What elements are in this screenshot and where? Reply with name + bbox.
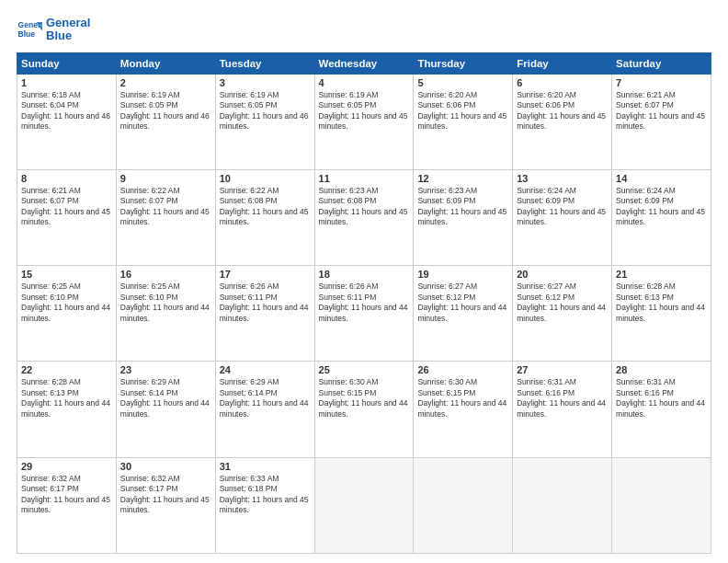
calendar-header-row: Sunday Monday Tuesday Wednesday Thursday… <box>17 52 711 74</box>
day-number: 4 <box>319 77 410 88</box>
day-cell-14: 14 Sunrise: 6:24 AM Sunset: 6:09 PM Dayl… <box>612 169 711 265</box>
day-cell-15: 15 Sunrise: 6:25 AM Sunset: 6:10 PM Dayl… <box>17 266 117 362</box>
col-friday: Friday <box>513 52 612 74</box>
day-number: 27 <box>517 364 608 375</box>
calendar-row: 15 Sunrise: 6:25 AM Sunset: 6:10 PM Dayl… <box>17 266 711 362</box>
day-number: 1 <box>21 77 112 88</box>
day-info: Sunrise: 6:26 AM Sunset: 6:11 PM Dayligh… <box>319 282 410 324</box>
day-cell-1: 1 Sunrise: 6:18 AM Sunset: 6:04 PM Dayli… <box>17 74 117 169</box>
day-number: 23 <box>120 364 211 375</box>
day-cell-23: 23 Sunrise: 6:29 AM Sunset: 6:14 PM Dayl… <box>116 362 215 457</box>
day-cell-27: 27 Sunrise: 6:31 AM Sunset: 6:16 PM Dayl… <box>513 362 612 457</box>
day-cell-28: 28 Sunrise: 6:31 AM Sunset: 6:16 PM Dayl… <box>612 362 711 457</box>
day-number: 18 <box>319 269 410 280</box>
day-info: Sunrise: 6:26 AM Sunset: 6:11 PM Dayligh… <box>220 282 311 324</box>
day-cell-31: 31 Sunrise: 6:33 AM Sunset: 6:18 PM Dayl… <box>215 457 314 553</box>
day-info: Sunrise: 6:24 AM Sunset: 6:09 PM Dayligh… <box>616 186 707 228</box>
day-cell-18: 18 Sunrise: 6:26 AM Sunset: 6:11 PM Dayl… <box>314 266 414 362</box>
day-number: 19 <box>417 269 508 280</box>
day-cell-10: 10 Sunrise: 6:22 AM Sunset: 6:08 PM Dayl… <box>215 169 314 265</box>
day-info: Sunrise: 6:22 AM Sunset: 6:08 PM Dayligh… <box>220 186 311 228</box>
day-info: Sunrise: 6:30 AM Sunset: 6:15 PM Dayligh… <box>319 377 410 419</box>
day-info: Sunrise: 6:29 AM Sunset: 6:14 PM Dayligh… <box>220 377 311 419</box>
day-info: Sunrise: 6:33 AM Sunset: 6:18 PM Dayligh… <box>220 474 311 516</box>
day-cell-29: 29 Sunrise: 6:32 AM Sunset: 6:17 PM Dayl… <box>17 457 117 553</box>
day-cell-17: 17 Sunrise: 6:26 AM Sunset: 6:11 PM Dayl… <box>215 266 314 362</box>
day-cell-2: 2 Sunrise: 6:19 AM Sunset: 6:05 PM Dayli… <box>116 74 215 169</box>
day-cell-30: 30 Sunrise: 6:32 AM Sunset: 6:17 PM Dayl… <box>116 457 215 553</box>
day-info: Sunrise: 6:30 AM Sunset: 6:15 PM Dayligh… <box>417 377 508 419</box>
day-cell-19: 19 Sunrise: 6:27 AM Sunset: 6:12 PM Dayl… <box>414 266 513 362</box>
day-info: Sunrise: 6:29 AM Sunset: 6:14 PM Dayligh… <box>120 377 211 419</box>
day-cell-6: 6 Sunrise: 6:20 AM Sunset: 6:06 PM Dayli… <box>513 74 612 169</box>
day-number: 16 <box>120 269 211 280</box>
day-number: 30 <box>120 461 211 472</box>
day-number: 29 <box>21 461 112 472</box>
day-info: Sunrise: 6:18 AM Sunset: 6:04 PM Dayligh… <box>21 90 112 132</box>
day-info: Sunrise: 6:19 AM Sunset: 6:05 PM Dayligh… <box>319 90 410 132</box>
empty-cell <box>414 457 513 553</box>
day-cell-24: 24 Sunrise: 6:29 AM Sunset: 6:14 PM Dayl… <box>215 362 314 457</box>
day-number: 26 <box>417 364 508 375</box>
day-number: 3 <box>220 77 311 88</box>
day-info: Sunrise: 6:19 AM Sunset: 6:05 PM Dayligh… <box>220 90 311 132</box>
day-number: 13 <box>517 173 608 184</box>
day-number: 7 <box>616 77 707 88</box>
day-number: 21 <box>616 269 707 280</box>
day-cell-13: 13 Sunrise: 6:24 AM Sunset: 6:09 PM Dayl… <box>513 169 612 265</box>
col-sunday: Sunday <box>17 52 117 74</box>
col-monday: Monday <box>116 52 215 74</box>
calendar-table: Sunday Monday Tuesday Wednesday Thursday… <box>17 52 711 554</box>
calendar-row: 8 Sunrise: 6:21 AM Sunset: 6:07 PM Dayli… <box>17 169 711 265</box>
day-info: Sunrise: 6:27 AM Sunset: 6:12 PM Dayligh… <box>517 282 608 324</box>
day-info: Sunrise: 6:20 AM Sunset: 6:06 PM Dayligh… <box>517 90 608 132</box>
day-info: Sunrise: 6:27 AM Sunset: 6:12 PM Dayligh… <box>417 282 508 324</box>
day-info: Sunrise: 6:19 AM Sunset: 6:05 PM Dayligh… <box>120 90 211 132</box>
day-cell-12: 12 Sunrise: 6:23 AM Sunset: 6:09 PM Dayl… <box>414 169 513 265</box>
day-cell-3: 3 Sunrise: 6:19 AM Sunset: 6:05 PM Dayli… <box>215 74 314 169</box>
day-cell-8: 8 Sunrise: 6:21 AM Sunset: 6:07 PM Dayli… <box>17 169 117 265</box>
empty-cell <box>612 457 711 553</box>
day-number: 28 <box>616 364 707 375</box>
day-number: 12 <box>417 173 508 184</box>
day-cell-7: 7 Sunrise: 6:21 AM Sunset: 6:07 PM Dayli… <box>612 74 711 169</box>
day-info: Sunrise: 6:21 AM Sunset: 6:07 PM Dayligh… <box>21 186 112 228</box>
day-number: 24 <box>220 364 311 375</box>
day-number: 15 <box>21 269 112 280</box>
empty-cell <box>513 457 612 553</box>
day-info: Sunrise: 6:28 AM Sunset: 6:13 PM Dayligh… <box>616 282 707 324</box>
day-info: Sunrise: 6:22 AM Sunset: 6:07 PM Dayligh… <box>120 186 211 228</box>
day-cell-21: 21 Sunrise: 6:28 AM Sunset: 6:13 PM Dayl… <box>612 266 711 362</box>
day-number: 5 <box>417 77 508 88</box>
svg-text:Blue: Blue <box>18 29 36 39</box>
calendar-row: 29 Sunrise: 6:32 AM Sunset: 6:17 PM Dayl… <box>17 457 711 553</box>
day-number: 22 <box>21 364 112 375</box>
day-number: 25 <box>319 364 410 375</box>
day-info: Sunrise: 6:32 AM Sunset: 6:17 PM Dayligh… <box>21 474 112 516</box>
day-cell-9: 9 Sunrise: 6:22 AM Sunset: 6:07 PM Dayli… <box>116 169 215 265</box>
day-info: Sunrise: 6:25 AM Sunset: 6:10 PM Dayligh… <box>21 282 112 324</box>
day-cell-16: 16 Sunrise: 6:25 AM Sunset: 6:10 PM Dayl… <box>116 266 215 362</box>
day-cell-25: 25 Sunrise: 6:30 AM Sunset: 6:15 PM Dayl… <box>314 362 414 457</box>
col-wednesday: Wednesday <box>314 52 414 74</box>
page: General Blue General Blue Sunday Monday … <box>0 0 728 563</box>
logo-text: General Blue <box>46 17 90 43</box>
calendar-row: 22 Sunrise: 6:28 AM Sunset: 6:13 PM Dayl… <box>17 362 711 457</box>
day-info: Sunrise: 6:31 AM Sunset: 6:16 PM Dayligh… <box>517 377 608 419</box>
empty-cell <box>314 457 414 553</box>
day-number: 14 <box>616 173 707 184</box>
day-number: 17 <box>220 269 311 280</box>
day-info: Sunrise: 6:32 AM Sunset: 6:17 PM Dayligh… <box>120 474 211 516</box>
day-number: 20 <box>517 269 608 280</box>
day-number: 10 <box>220 173 311 184</box>
day-cell-22: 22 Sunrise: 6:28 AM Sunset: 6:13 PM Dayl… <box>17 362 117 457</box>
day-number: 6 <box>517 77 608 88</box>
day-info: Sunrise: 6:25 AM Sunset: 6:10 PM Dayligh… <box>120 282 211 324</box>
col-tuesday: Tuesday <box>215 52 314 74</box>
day-number: 11 <box>319 173 410 184</box>
logo: General Blue General Blue <box>17 17 90 43</box>
header: General Blue General Blue <box>17 17 711 43</box>
col-thursday: Thursday <box>414 52 513 74</box>
day-info: Sunrise: 6:21 AM Sunset: 6:07 PM Dayligh… <box>616 90 707 132</box>
day-number: 8 <box>21 173 112 184</box>
